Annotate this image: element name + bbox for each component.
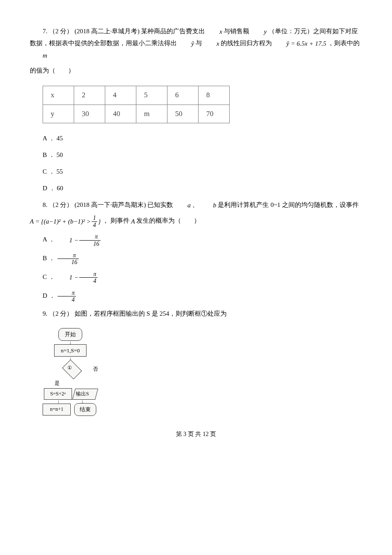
var-a: a xyxy=(175,200,191,211)
q7-option-b: B ． 50 xyxy=(30,149,362,161)
frac-den: 4 xyxy=(92,222,97,228)
frac-num: π xyxy=(79,271,98,278)
q7-text-2: 与销售额 xyxy=(224,28,251,35)
q8-text-1: 8. （2 分） (2018 高一下·葫芦岛期末) 已知实数 xyxy=(43,201,175,208)
option-label: B ． xyxy=(43,255,55,262)
decision-label: ① xyxy=(67,363,72,373)
frac-num: π xyxy=(79,233,101,240)
table-cell: 70 xyxy=(199,105,230,123)
table-cell: 4 xyxy=(105,86,136,105)
arrow-down-icon: ↓ xyxy=(43,340,98,345)
frac-num: 1 xyxy=(92,215,97,221)
q7-text-6: ，则表中的 xyxy=(328,40,360,46)
one-minus: 1 − xyxy=(57,235,78,246)
event-formula-frac: 14 xyxy=(92,215,97,228)
frac-den: 16 xyxy=(79,241,101,247)
q8-text-3: ， 则事件 xyxy=(102,218,131,224)
var-yhat: ŷ xyxy=(179,38,194,49)
one-minus: 1 − xyxy=(57,272,78,283)
table-cell: 6 xyxy=(167,86,199,105)
frac-num: π xyxy=(58,290,76,296)
q8-option-a: A ． 1 − π16 xyxy=(30,233,362,247)
q8-option-d: D ． π4 xyxy=(30,290,362,303)
q9-stem: 9. （2 分） 如图，若程序框图输出的 S 是 254，则判断框①处应为 xyxy=(30,308,362,320)
q7-option-a: A ． 45 xyxy=(30,133,362,144)
q7-table: x 2 4 5 6 8 y 30 40 m 50 70 xyxy=(43,86,230,123)
var-x: x xyxy=(207,26,222,38)
option-frac: π4 xyxy=(79,271,98,285)
q7-text-5: 的线性回归方程为 xyxy=(221,40,274,46)
var-m: m xyxy=(30,50,47,61)
output-label: 输出S xyxy=(76,389,89,399)
option-label: A ． xyxy=(43,236,55,243)
table-cell: 50 xyxy=(167,105,199,123)
option-frac: π16 xyxy=(58,252,79,266)
table-cell: 30 xyxy=(74,105,105,123)
page-footer: 第 3 页 共 12 页 xyxy=(30,429,362,439)
frac-den: 16 xyxy=(58,259,79,265)
table-cell: 2 xyxy=(74,86,105,105)
table-cell: 5 xyxy=(136,86,167,105)
option-label: D ． xyxy=(43,292,55,299)
flowchart-decision: ① xyxy=(62,360,82,380)
var-y: y xyxy=(251,26,267,38)
q8-option-c: C ． 1 − π4 xyxy=(30,271,362,285)
table-cell: y xyxy=(43,105,74,123)
flowchart-init: n=1,S=0 xyxy=(54,344,86,357)
q7-tail: 的值为（ ） xyxy=(30,65,362,76)
option-label: C ． xyxy=(43,273,55,280)
flowchart: 开始 ↓ n=1,S=0 ↓ ① 否 是 S=S+2ⁿ 输出S ↓ ↓ n=n+… xyxy=(43,328,98,416)
table-cell: 40 xyxy=(105,105,136,123)
table-cell: x xyxy=(43,86,74,105)
flowchart-step: S=S+2ⁿ xyxy=(44,388,72,400)
regression-eq: ŷ = 6.5x + 17.5 xyxy=(274,38,326,49)
var-b: b xyxy=(200,200,216,211)
flowchart-no-label: 否 xyxy=(93,365,98,374)
flowchart-yes-label: 是 xyxy=(55,379,60,388)
flowchart-end: 结束 xyxy=(74,403,96,416)
q7-text-4: 与 xyxy=(196,40,204,46)
table-row: x 2 4 5 6 8 xyxy=(43,86,230,105)
frac-num: π xyxy=(58,252,79,259)
event-formula-rhs: } xyxy=(98,216,101,227)
table-cell: m xyxy=(136,105,167,123)
option-frac: π16 xyxy=(79,233,101,247)
q8-formula-line: A = {(a−1)² + (b−1)² > 14} ， 则事件 A 发生的概率… xyxy=(30,215,362,228)
q7-option-d: D ． 60 xyxy=(30,183,362,194)
event-formula-lhs: A = {(a−1)² + (b−1)² > xyxy=(30,216,91,227)
flowchart-increment: n=n+1 xyxy=(43,404,71,416)
frac-den: 4 xyxy=(79,278,98,284)
q8-text-2: 是利用计算机产生 0~1 之间的均匀随机数，设事件 xyxy=(218,201,359,208)
q8-stem: 8. （2 分） (2018 高一下·葫芦岛期末) 已知实数 a 、 b 是利用… xyxy=(30,199,362,211)
flowchart-output: 输出S xyxy=(72,389,98,400)
var-x2: x xyxy=(204,38,219,49)
option-frac: π4 xyxy=(58,290,76,303)
flowchart-start: 开始 xyxy=(58,328,82,340)
q7-option-c: C ． 55 xyxy=(30,166,362,177)
q7-stem: 7. （2 分） (2018 高二上·阜城月考) 某种商品的广告费支出 x 与销… xyxy=(30,26,362,61)
table-row: y 30 40 m 50 70 xyxy=(43,105,230,123)
frac-den: 4 xyxy=(58,296,76,303)
q7-text-1: 7. （2 分） (2018 高二上·阜城月考) 某种商品的广告费支出 xyxy=(43,28,207,35)
q8-tail: 发生的概率为（ ） xyxy=(136,218,200,224)
var-event-A: A xyxy=(131,216,135,227)
table-cell: 8 xyxy=(199,86,230,105)
q8-option-b: B ． π16 xyxy=(30,252,362,266)
q8-sep1: 、 xyxy=(192,201,199,208)
